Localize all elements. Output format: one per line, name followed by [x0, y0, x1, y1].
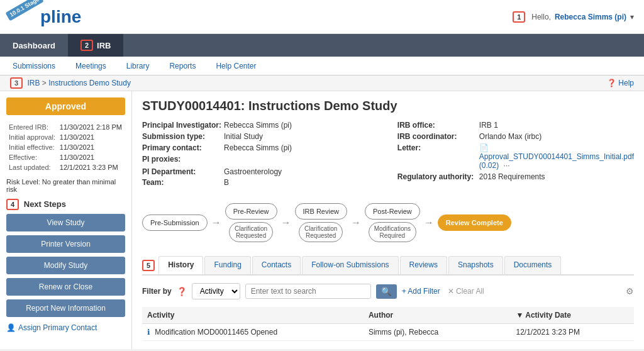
submission-type-row: Submission type: Initial Study: [142, 132, 372, 141]
activity-text: Modification MOD00011465 Opened: [155, 328, 277, 337]
tab-documents[interactable]: Documents: [504, 256, 562, 274]
primary-contact-value: Rebecca Simms (pi): [224, 143, 292, 152]
pdf-icon: 📄: [479, 143, 489, 152]
report-new-information-button[interactable]: Report New Information: [6, 299, 125, 317]
team-label: Team:: [142, 178, 224, 187]
breadcrumb-root[interactable]: IRB: [27, 79, 40, 87]
letter-ellipsis[interactable]: ···: [504, 161, 510, 170]
workflow-arrow-2: →: [281, 217, 291, 228]
tab-funding[interactable]: Funding: [204, 256, 250, 274]
nav-badge-2: 2: [80, 40, 93, 51]
modify-study-button[interactable]: Modify Study: [6, 257, 125, 274]
clear-all-link[interactable]: ✕ Clear All: [448, 287, 484, 296]
user-name[interactable]: Rebecca Simms (pi): [555, 13, 626, 21]
top-header: 10.0.1 Stage pline 1 Hello, Rebecca Simm…: [0, 0, 644, 34]
row-author: Simms (pi), Rebecca: [364, 324, 511, 341]
tab-snapshots[interactable]: Snapshots: [448, 256, 503, 274]
subnav-meetings[interactable]: Meetings: [73, 62, 109, 70]
letter-label: Letter:: [397, 143, 479, 170]
badge-3: 3: [10, 77, 23, 89]
entered-irb-label: Entered IRB:: [8, 123, 57, 131]
effective-label: Effective:: [8, 153, 57, 162]
pi-dept-value: Gastroenterology: [224, 167, 282, 176]
last-updated-value: 12/1/2021 3:23 PM: [58, 163, 124, 172]
letter-row: Letter: 📄 Approval_STUDY00014401_Simms_I…: [397, 143, 634, 170]
irb-coordinator-label: IRB coordinator:: [397, 132, 479, 141]
stage-badge: 10.0.1 Stage: [5, 0, 43, 21]
user-dropdown-icon[interactable]: ▾: [630, 13, 634, 21]
irb-coordinator-value: Orlando Max (irbc): [479, 132, 541, 141]
letter-link[interactable]: Approval_STUDY00014401_Simms_Initial.pdf…: [479, 152, 634, 170]
initial-effective-value: 11/30/2021: [58, 143, 124, 152]
workflow-arrow-1: →: [211, 217, 221, 228]
printer-version-button[interactable]: Printer Version: [6, 235, 125, 253]
workflow-irb-review-group: IRB Review ClarificationRequested: [295, 203, 347, 242]
workflow-arrow-4: →: [424, 217, 434, 228]
primary-contact-row: Primary contact: Rebecca Simms (pi): [142, 143, 372, 152]
subnav-help-center[interactable]: Help Center: [213, 62, 258, 70]
row-activity: ℹ Modification MOD00011465 Opened: [142, 324, 364, 341]
study-title: STUDY00014401: Instructions Demo Study: [142, 99, 634, 113]
badge-4: 4: [6, 199, 19, 210]
workflow-post-review: Post-Review: [365, 203, 420, 220]
renew-or-close-button[interactable]: Renew or Close: [6, 278, 125, 296]
breadcrumb: 3 IRB > Instructions Demo Study: [10, 79, 131, 87]
col-activity-date[interactable]: ▼ Activity Date: [511, 307, 634, 324]
irb-coordinator-row: IRB coordinator: Orlando Max (irbc): [397, 132, 634, 141]
tab-history[interactable]: History: [158, 256, 203, 274]
workflow-review-complete: Review Complete: [438, 214, 511, 231]
workflow-pre-review-group: Pre-Review ClarificationRequested: [225, 203, 277, 242]
nav-dashboard[interactable]: Dashboard: [0, 34, 68, 57]
user-area: 1 Hello, Rebecca Simms (pi) ▾: [513, 11, 634, 23]
col-activity: Activity: [142, 307, 364, 324]
workflow-irb-review: IRB Review: [295, 203, 347, 220]
breadcrumb-bar: 3 IRB > Instructions Demo Study ❓ Help: [0, 75, 644, 91]
workflow-irb-review-sub: ClarificationRequested: [299, 222, 343, 242]
workflow-post-review-group: Post-Review ModificationsRequired: [365, 203, 420, 242]
subnav-submissions[interactable]: Submissions: [10, 62, 58, 70]
regulatory-authority-label: Regulatory authority:: [397, 172, 479, 181]
regulatory-authority-value: 2018 Requirements: [479, 172, 545, 181]
irb-office-label: IRB office:: [397, 121, 479, 130]
filter-input[interactable]: [245, 284, 371, 299]
info-table: Entered IRB: 11/30/2021 2:18 PM Initial …: [6, 121, 125, 173]
badge-1: 1: [513, 11, 525, 23]
search-button[interactable]: 🔍: [376, 284, 397, 299]
pi-proxies-label: PI proxies:: [142, 155, 224, 164]
subnav-library[interactable]: Library: [124, 62, 152, 70]
nav-irb[interactable]: 2 IRB: [68, 34, 124, 57]
row-date: 12/1/2021 3:23 PM: [511, 324, 634, 341]
settings-icon[interactable]: ⚙: [626, 286, 634, 296]
workflow-pre-review-sub: ClarificationRequested: [229, 222, 273, 242]
nav-bar: Dashboard 2 IRB: [0, 34, 644, 57]
app-logo: pline: [40, 7, 81, 27]
pi-proxies-row: PI proxies:: [142, 155, 372, 164]
tab-contacts[interactable]: Contacts: [252, 256, 301, 274]
assign-primary-contact-link[interactable]: 👤 Assign Primary Contact: [6, 321, 125, 335]
primary-contact-label: Primary contact:: [142, 143, 224, 152]
irb-office-row: IRB office: IRB 1: [397, 121, 634, 130]
initial-approval-value: 11/30/2021: [58, 133, 124, 142]
principal-investigator-row: Principal Investigator: Rebecca Simms (p…: [142, 121, 372, 130]
workflow-post-review-sub: ModificationsRequired: [369, 222, 416, 242]
table-row: ℹ Modification MOD00011465 Opened Simms …: [142, 324, 634, 341]
submission-type-value: Initial Study: [224, 132, 263, 141]
filter-select[interactable]: Activity: [192, 283, 240, 299]
meta-col-right: IRB office: IRB 1 IRB coordinator: Orlan…: [397, 121, 634, 189]
tab-follow-on-submissions[interactable]: Follow-on Submissions: [302, 256, 398, 274]
tab-reviews[interactable]: Reviews: [400, 256, 447, 274]
subnav-reports[interactable]: Reports: [167, 62, 198, 70]
initial-effective-label: Initial effective:: [8, 143, 57, 152]
submission-type-label: Submission type:: [142, 132, 224, 141]
filter-label: Filter by: [142, 287, 172, 296]
badge-5: 5: [142, 260, 155, 271]
team-row: Team: B: [142, 178, 372, 187]
entered-irb-value: 11/30/2021 2:18 PM: [58, 123, 124, 131]
view-study-button[interactable]: View Study: [6, 214, 125, 231]
add-filter-link[interactable]: + Add Filter: [402, 287, 440, 296]
irb-office-value: IRB 1: [479, 121, 498, 130]
person-icon: 👤: [6, 323, 16, 332]
pi-department-row: PI Department: Gastroenterology: [142, 167, 372, 176]
pi-dept-label: PI Department:: [142, 167, 224, 176]
help-link[interactable]: ❓ Help: [607, 79, 634, 87]
